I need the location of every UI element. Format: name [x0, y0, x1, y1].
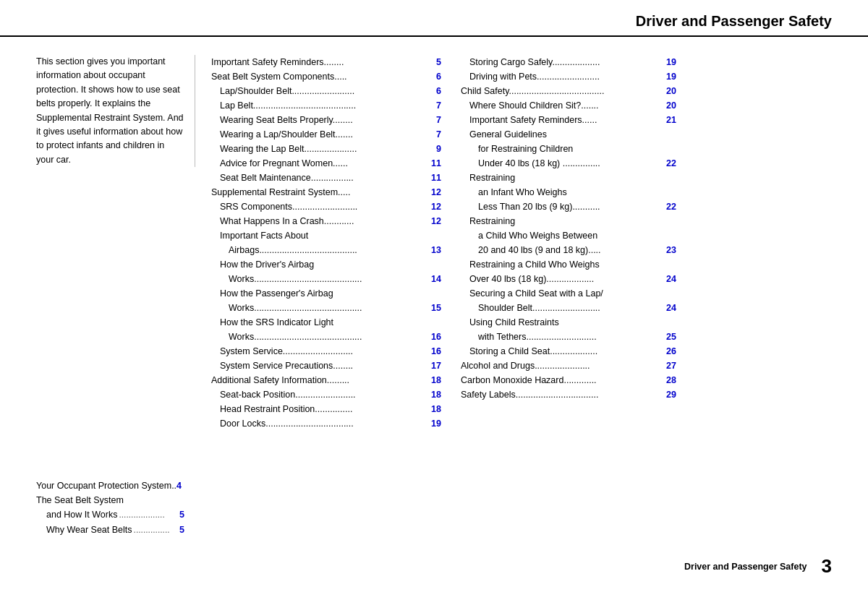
list-item: Where Should Children Sit?.......20: [461, 98, 676, 113]
list-item: Important Facts About: [211, 228, 441, 243]
list-item: Over 40 lbs (18 kg)...................24: [461, 272, 676, 286]
list-item: How the Driver's Airbag: [211, 257, 441, 272]
toc-middle-column: Important Safety Reminders........5Seat …: [203, 55, 448, 431]
list-item: Supplemental Restraint System.....12: [211, 185, 441, 200]
list-item: Lap Belt................................…: [211, 98, 441, 113]
description-text: This section gives you important informa…: [36, 55, 184, 167]
list-item: Important Safety Reminders......21: [461, 113, 676, 127]
description-column: This section gives you important informa…: [36, 55, 195, 167]
list-item: Wearing a Lap/Shoulder Belt.......7: [211, 127, 441, 142]
list-item: Lap/Shoulder Belt.......................…: [211, 84, 441, 98]
list-item: for Restraining Children: [461, 142, 676, 156]
list-item: 20 and 40 lbs (9 and 18 kg).....23: [461, 243, 676, 257]
list-item: Seat Belt System Components.....6: [211, 69, 441, 84]
list-item: Storing a Child Seat...................2…: [461, 344, 676, 359]
list-item: Airbags.................................…: [211, 243, 441, 257]
list-item: Using Child Restraints: [461, 315, 676, 330]
list-item: Works...................................…: [211, 330, 441, 344]
content-area: This section gives you important informa…: [0, 37, 868, 549]
list-item: Your Occupant Protection System.. 4: [36, 479, 184, 493]
list-item: How the Passenger's Airbag: [211, 286, 441, 301]
page-footer: Driver and Passenger Safety 3: [0, 555, 868, 578]
page: Driver and Passenger Safety This section…: [0, 0, 868, 592]
page-header: Driver and Passenger Safety: [0, 0, 868, 37]
list-item: Safety Labels...........................…: [461, 387, 676, 402]
list-item: Restraining: [461, 214, 676, 228]
list-item: Works...................................…: [211, 272, 441, 286]
list-item: General Guidelines: [461, 127, 676, 142]
list-item: Storing Cargo Safely...................1…: [461, 55, 676, 69]
list-item: and How It Works ................... 5: [36, 507, 184, 523]
list-item: Under 40 lbs (18 kg) ...............22: [461, 156, 676, 171]
list-item: Important Safety Reminders........5: [211, 55, 441, 69]
list-item: Head Restraint Position...............18: [211, 402, 441, 416]
list-item: System Service..........................…: [211, 344, 441, 359]
list-item: Seat-back Position......................…: [211, 387, 441, 402]
list-item: Less Than 20 lbs (9 kg)...........22: [461, 200, 676, 214]
list-item: with Tethers............................…: [461, 330, 676, 344]
list-item: Works...................................…: [211, 301, 441, 315]
toc-right-column: Storing Cargo Safely...................1…: [452, 55, 676, 402]
footer-title: Driver and Passenger Safety: [684, 562, 807, 572]
list-item: Restraining: [461, 171, 676, 185]
list-item: System Service Precautions........17: [211, 359, 441, 373]
list-item: Door Locks..............................…: [211, 416, 441, 431]
list-item: a Child Who Weighs Between: [461, 228, 676, 243]
list-item: Carbon Monoxide Hazard.............28: [461, 373, 676, 387]
list-item: SRS Components..........................…: [211, 200, 441, 214]
list-item: Shoulder Belt...........................…: [461, 301, 676, 315]
list-item: an Infant Who Weighs: [461, 185, 676, 200]
list-item: Restraining a Child Who Weighs: [461, 257, 676, 272]
list-item: Additional Safety Information.........18: [211, 373, 441, 387]
list-item: Child Safety............................…: [461, 84, 676, 98]
page-title: Driver and Passenger Safety: [636, 13, 832, 30]
list-item: What Happens In a Crash............12: [211, 214, 441, 228]
list-item: Why Wear Seat Belts ............... 5: [36, 523, 184, 538]
list-item: Seat Belt Maintenance.................11: [211, 171, 441, 185]
list-item: Advice for Pregnant Women......11: [211, 156, 441, 171]
list-item: Securing a Child Seat with a Lap/: [461, 286, 676, 301]
list-item: Driving with Pets.......................…: [461, 69, 676, 84]
footer-page-number: 3: [822, 555, 832, 578]
list-item: Wearing the Lap Belt....................…: [211, 142, 441, 156]
list-item: Alcohol and Drugs......................2…: [461, 359, 676, 373]
list-item: The Seat Belt System: [36, 493, 184, 507]
list-item: Wearing Seat Belts Properly........7: [211, 113, 441, 127]
bottom-links: Your Occupant Protection System.. 4 The …: [36, 479, 184, 538]
list-item: How the SRS Indicator Light: [211, 315, 441, 330]
